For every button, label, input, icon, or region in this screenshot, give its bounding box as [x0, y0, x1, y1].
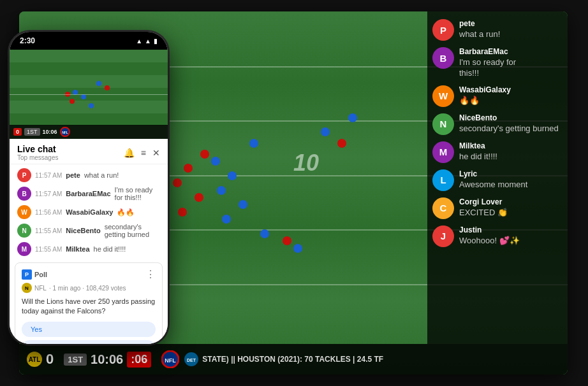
svg-text:NFL: NFL — [165, 357, 177, 364]
avatar-lyric: L — [432, 169, 454, 191]
tv-chat-sidebar: P pete what a run! B BarbaraEMac I'm so … — [427, 11, 568, 344]
username-wasabi: WasabiGalaxy — [459, 85, 562, 94]
poll-option-no[interactable]: No — [22, 340, 156, 344]
phone-chat-subtitle: Top messages — [17, 154, 58, 161]
nfl-logo-icon: NFL — [161, 350, 179, 368]
phone-time: 10:06 — [43, 129, 57, 135]
avatar-justin: J — [432, 225, 454, 247]
team2-info: DET STATE) || HOUSTON (2021): 70 TACKLES… — [184, 352, 383, 366]
phone-header-icons[interactable]: 🔔 ≡ ✕ — [124, 148, 160, 158]
phone-msg-text-wasabi: 🔥🔥 — [117, 208, 135, 217]
username-nicebento: NiceBento — [459, 113, 562, 122]
phone-status-bar: 2:30 ▲ ▲ ▮ — [10, 32, 168, 50]
phone-msg-text-milktea: he did it!!!! — [94, 245, 126, 253]
username-pete: pete — [459, 19, 562, 28]
avatar-nicebento: N — [432, 113, 454, 135]
player — [222, 215, 231, 224]
chat-text-corgi: EXCITED 👏 — [459, 208, 562, 218]
phone-score-left: 0 — [13, 128, 22, 136]
wifi-icon: ▲ — [145, 38, 151, 45]
phone-avatar-nicebento: N — [17, 224, 31, 238]
mobile-phone: 2:30 ▲ ▲ ▮ — [10, 32, 168, 344]
tv-chat-message-nicebento: N NiceBento secondary's getting burned — [432, 113, 562, 135]
signal-icon: ▲ — [136, 38, 142, 45]
chat-content-milktea: Milktea he did it!!!! — [459, 141, 562, 162]
poll-question: Will the Lions have over 250 yards passi… — [22, 297, 156, 317]
chat-content-pete: pete what a run! — [459, 19, 562, 40]
chat-content-nicebento: NiceBento secondary's getting burned — [459, 113, 562, 134]
player — [239, 200, 247, 209]
game-clock: 1ST 10:06 :06 — [64, 352, 151, 368]
poll-source-name: NFL — [34, 285, 47, 292]
phone-msg-user-nicebento: NiceBento — [66, 227, 100, 234]
player — [200, 150, 209, 159]
phone-screen: 2:30 ▲ ▲ ▮ — [10, 32, 168, 344]
player — [173, 178, 182, 187]
player — [217, 186, 226, 195]
team1-score-value: 0 — [46, 351, 54, 368]
chat-title-group: Live chat Top messages — [17, 144, 58, 161]
poll-label: Poll — [34, 271, 47, 278]
chat-content-lyric: Lyric Awesome moment — [459, 169, 562, 190]
phone-msg-time-wasabi: 11:56 AM — [35, 209, 62, 216]
username-barbara: BarbaraEMac — [459, 47, 562, 56]
phone-msg-text-barbara: I'm so ready for this!!! — [115, 186, 160, 201]
poll-icon: P — [22, 269, 32, 280]
chat-content-corgi: Corgi Lover EXCITED 👏 — [459, 197, 562, 218]
chat-text-justin: Woohooo! 💕✨ — [459, 236, 562, 247]
phone-avatar-wasabi: W — [17, 205, 31, 219]
phone-chat-title: Live chat — [17, 144, 58, 154]
svg-text:DET: DET — [187, 358, 196, 362]
phone-msg-nicebento: N 11:55 AM NiceBento secondary's getting… — [17, 223, 160, 238]
time-display: 10:06 — [91, 352, 123, 367]
score-ticker: STATE) || HOUSTON (2021): 70 TACKLES | 2… — [202, 355, 383, 364]
phone-msg-user-wasabi: WasabiGalaxy — [66, 208, 113, 216]
phone-video: 0 1ST 10:06 NFL — [10, 50, 168, 139]
chat-text-barbara: I'm so ready forthis!!! — [459, 57, 562, 79]
phone-msg-milktea: M 11:55 AM Milktea he did it!!!! — [17, 242, 160, 256]
avatar-pete: P — [432, 19, 454, 41]
player — [260, 229, 269, 238]
battery-icon: ▮ — [154, 38, 158, 45]
phone-chat-section: Live chat Top messages 🔔 ≡ ✕ P 11:57 AM … — [10, 139, 168, 344]
chat-text-lyric: Awesome moment — [459, 180, 562, 190]
time-seconds: :06 — [127, 352, 151, 368]
phone-player — [105, 85, 110, 90]
chat-content-justin: Justin Woohooo! 💕✨ — [459, 225, 562, 247]
avatar-corgi: C — [432, 197, 454, 219]
phone-chat-header: Live chat Top messages 🔔 ≡ ✕ — [10, 139, 168, 164]
phone-msg-time-nicebento: 11:55 AM — [35, 227, 62, 234]
phone-player — [81, 94, 86, 99]
bell-icon[interactable]: 🔔 — [124, 148, 135, 158]
chat-text-pete: what a run! — [459, 29, 562, 40]
phone-avatar-pete: P — [17, 168, 31, 182]
phone-msg-time-barbara: 11:57 AM — [35, 190, 62, 197]
phone-msg-wasabi: W 11:56 AM WasabiGalaxy 🔥🔥 — [17, 205, 160, 219]
phone-msg-pete: P 11:57 AM pete what a run! — [17, 168, 160, 182]
close-icon[interactable]: ✕ — [152, 148, 160, 158]
player — [293, 244, 302, 253]
tv-chat-message-lyric: L Lyric Awesome moment — [432, 169, 562, 191]
poll-option-yes[interactable]: Yes — [22, 322, 156, 337]
tv-chat-message-barbara: B BarbaraEMac I'm so ready forthis!!! — [432, 47, 562, 79]
phone-msg-text-nicebento: secondary's getting burned — [105, 223, 160, 238]
poll-card: P Poll ⋮ N NFL · 1 min ago · 108,429 vot… — [15, 262, 163, 344]
poll-source-avatar: N — [22, 283, 32, 293]
username-milktea: Milktea — [459, 141, 562, 150]
phone-msg-user-pete: pete — [66, 171, 80, 179]
chat-content-wasabi: WasabiGalaxy 🔥🔥 — [459, 85, 562, 106]
player — [348, 113, 357, 122]
poll-menu-icon[interactable]: ⋮ — [145, 268, 156, 280]
tv-chat-message-justin: J Justin Woohooo! 💕✨ — [432, 225, 562, 247]
tv-chat-message-corgi: C Corgi Lover EXCITED 👏 — [432, 197, 562, 219]
poll-source-detail: · 1 min ago · 108,429 votes — [49, 285, 126, 292]
phone-msg-user-barbara: BarbaraEMac — [66, 190, 110, 197]
avatar-milktea: M — [432, 141, 454, 163]
filter-icon[interactable]: ≡ — [141, 148, 146, 158]
phone-player — [89, 103, 94, 108]
player — [184, 164, 193, 173]
phone-msg-user-milktea: Milktea — [66, 245, 89, 253]
chat-text-nicebento: secondary's getting burned — [459, 124, 562, 134]
phone-msg-time-milktea: 11:55 AM — [35, 246, 62, 253]
player — [211, 157, 220, 166]
